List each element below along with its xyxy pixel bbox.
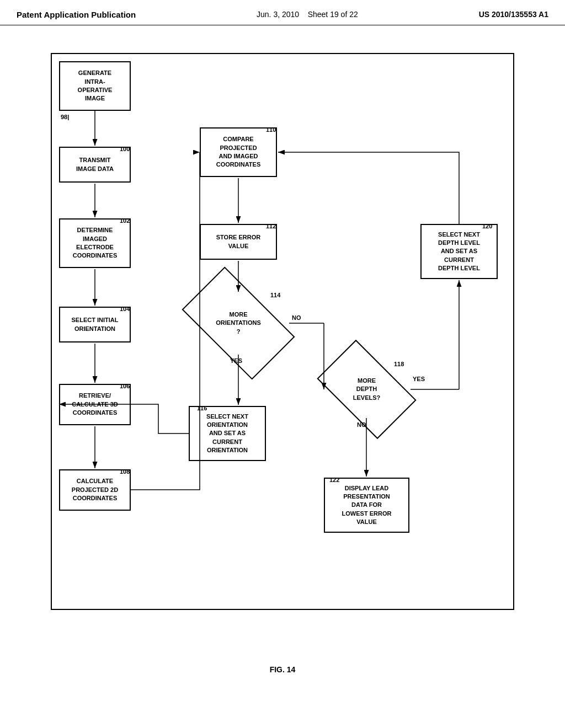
label-116: 116 xyxy=(197,405,207,411)
label-100: 100 xyxy=(120,146,130,152)
label-98: 98| xyxy=(61,114,69,120)
label-yes-114: YES xyxy=(230,357,242,364)
node-118: MORE DEPTH LEVELS? xyxy=(324,362,409,417)
node-106: RETRIEVE/ CALCULATE 3D COORDINATES xyxy=(59,384,131,425)
diagram-area: GENERATE INTRA- OPERATIVE IMAGE 98| TRAN… xyxy=(18,42,547,649)
label-112: 112 xyxy=(266,223,276,229)
label-no-114: NO xyxy=(292,314,301,321)
label-106: 106 xyxy=(120,383,130,389)
header-right: US 2010/135553 A1 xyxy=(479,10,548,19)
page-header: Patent Application Publication Jun. 3, 2… xyxy=(0,0,565,25)
node-112: STORE ERROR VALUE xyxy=(200,224,277,260)
label-122: 122 xyxy=(329,477,339,483)
node-116: SELECT NEXT ORIENTATION AND SET AS CURRE… xyxy=(189,406,266,461)
node-122: DISPLAY LEAD PRESENTATION DATA FOR LOWES… xyxy=(324,478,409,533)
label-118: 118 xyxy=(394,361,404,367)
node-120: SELECT NEXT DEPTH LEVEL AND SET AS CURRE… xyxy=(420,224,498,279)
label-yes-118: YES xyxy=(413,376,425,382)
diamond-text-118: MORE DEPTH LEVELS? xyxy=(353,377,381,402)
diamond-text-114: MORE ORIENTATIONS ? xyxy=(216,311,260,336)
label-102: 102 xyxy=(120,217,130,224)
fig-caption: FIG. 14 xyxy=(0,665,565,674)
label-114: 114 xyxy=(270,292,280,298)
node-110: COMPARE PROJECTED AND IMAGED COORDINATES xyxy=(200,127,277,177)
label-104: 104 xyxy=(120,306,130,312)
header-center: Jun. 3, 2010 Sheet 19 of 22 xyxy=(257,10,358,19)
label-120: 120 xyxy=(482,223,492,229)
node-114: MORE ORIENTATIONS ? xyxy=(189,293,288,354)
label-108: 108 xyxy=(120,468,130,475)
label-no-118: NO xyxy=(357,421,366,428)
node-98: GENERATE INTRA- OPERATIVE IMAGE xyxy=(59,61,131,111)
node-108: CALCULATE PROJECTED 2D COORDINATES xyxy=(59,469,131,511)
node-102: DETERMINE IMAGED ELECTRODE COORDINATES xyxy=(59,218,131,268)
header-left: Patent Application Publication xyxy=(17,10,136,19)
label-110: 110 xyxy=(266,126,276,133)
